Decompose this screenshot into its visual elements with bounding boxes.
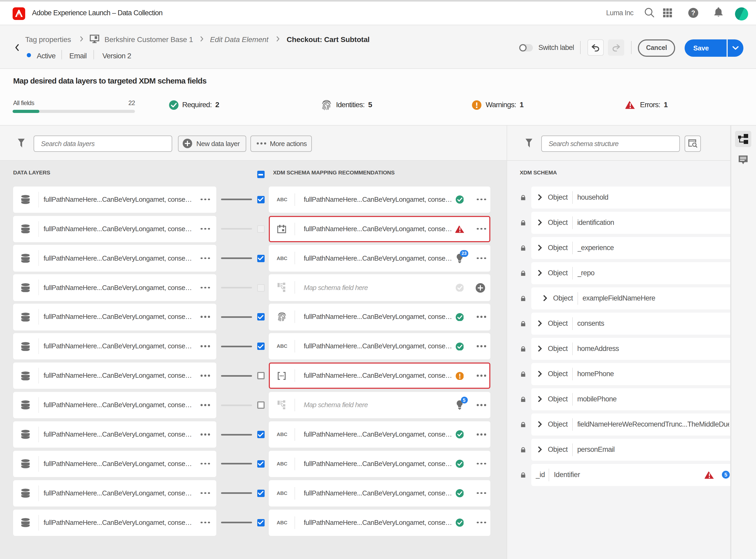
svg-text:?: ? — [691, 9, 695, 16]
